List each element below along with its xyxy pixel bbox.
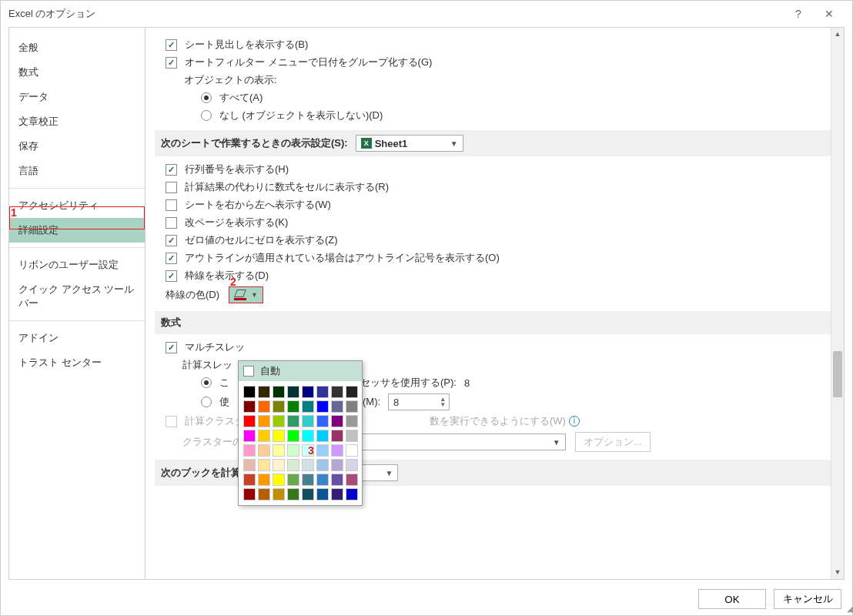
- color-swatch[interactable]: [258, 444, 270, 457]
- color-swatch[interactable]: [287, 459, 299, 471]
- color-swatch[interactable]: [346, 474, 358, 486]
- cancel-button[interactable]: キャンセル: [774, 589, 841, 609]
- sidebar-item[interactable]: 言語: [9, 159, 145, 183]
- color-swatch[interactable]: [346, 400, 358, 413]
- sidebar-item[interactable]: クイック アクセス ツール バー: [9, 277, 145, 316]
- color-swatch[interactable]: [243, 459, 256, 471]
- select-sheet[interactable]: X Sheet1 ▼: [356, 135, 463, 152]
- checkbox-multithread[interactable]: [166, 342, 177, 353]
- color-swatch[interactable]: [346, 459, 358, 471]
- color-swatch[interactable]: [331, 444, 343, 457]
- help-button[interactable]: ?: [783, 8, 814, 20]
- color-swatch[interactable]: [273, 415, 285, 427]
- color-swatch[interactable]: [273, 430, 285, 442]
- input-manual-threads[interactable]: 8 ▲▼: [388, 393, 450, 410]
- color-swatch[interactable]: [316, 474, 329, 486]
- sidebar-item[interactable]: アクセシビリティ: [9, 193, 145, 218]
- color-swatch[interactable]: [243, 474, 256, 486]
- color-picker-automatic[interactable]: 自動: [239, 361, 362, 381]
- color-swatch[interactable]: [346, 386, 358, 398]
- scrollbar[interactable]: ▲ ▼: [831, 28, 844, 579]
- checkbox-show-formulas[interactable]: [166, 182, 177, 193]
- color-swatch[interactable]: [287, 474, 299, 486]
- color-swatch[interactable]: [243, 415, 256, 427]
- color-swatch[interactable]: [302, 474, 314, 486]
- color-swatch[interactable]: [287, 386, 299, 398]
- sidebar-item[interactable]: アドイン: [9, 326, 145, 350]
- gridline-color-button[interactable]: ▼: [229, 286, 263, 303]
- color-swatch[interactable]: [346, 444, 358, 457]
- color-swatch[interactable]: [331, 415, 343, 427]
- color-swatch[interactable]: [243, 386, 256, 398]
- radio-obj-none[interactable]: [201, 110, 212, 121]
- checkbox-row-col-headers[interactable]: [166, 164, 177, 176]
- color-swatch[interactable]: [273, 444, 285, 457]
- scrollbar-thumb[interactable]: [833, 351, 842, 397]
- color-swatch[interactable]: [331, 474, 343, 486]
- color-swatch[interactable]: [273, 386, 285, 398]
- spinner-icon[interactable]: ▲▼: [440, 397, 446, 407]
- color-swatch[interactable]: [243, 400, 256, 413]
- scroll-up-icon[interactable]: ▲: [831, 28, 844, 41]
- color-swatch[interactable]: [346, 415, 358, 427]
- color-swatch[interactable]: [258, 488, 270, 500]
- checkbox-gridlines[interactable]: [166, 270, 177, 282]
- sidebar-item[interactable]: 保存: [9, 134, 145, 159]
- color-swatch[interactable]: [316, 444, 329, 457]
- color-swatch[interactable]: [287, 400, 299, 413]
- color-swatch[interactable]: [273, 474, 285, 486]
- color-swatch[interactable]: [258, 474, 270, 486]
- checkbox-zero-values[interactable]: [166, 235, 177, 246]
- sidebar-item[interactable]: リボンのユーザー設定: [9, 253, 145, 277]
- checkbox-page-breaks[interactable]: [166, 217, 177, 229]
- color-swatch[interactable]: [331, 459, 343, 471]
- sidebar-item[interactable]: トラスト センター: [9, 350, 145, 375]
- color-swatch[interactable]: [258, 415, 270, 427]
- color-swatch[interactable]: [287, 415, 299, 427]
- color-swatch[interactable]: [302, 400, 314, 413]
- color-swatch[interactable]: [243, 488, 256, 500]
- sidebar-item[interactable]: 全般: [9, 35, 145, 60]
- color-swatch[interactable]: [302, 459, 314, 471]
- color-swatch[interactable]: [258, 430, 270, 442]
- color-swatch[interactable]: [258, 386, 270, 398]
- checkbox-sheet-tabs[interactable]: [166, 39, 177, 51]
- sidebar-item[interactable]: 数式: [9, 60, 145, 85]
- sidebar-item[interactable]: 文章校正: [9, 109, 145, 134]
- color-swatch[interactable]: [302, 415, 314, 427]
- color-swatch[interactable]: [331, 488, 343, 500]
- scroll-down-icon[interactable]: ▼: [831, 566, 844, 579]
- color-swatch[interactable]: [302, 488, 314, 500]
- color-swatch[interactable]: [302, 430, 314, 442]
- checkbox-sheet-rtl[interactable]: [166, 199, 177, 211]
- sidebar-item[interactable]: 詳細設定: [9, 218, 145, 243]
- resize-grip-icon[interactable]: ◢: [847, 604, 851, 614]
- color-swatch[interactable]: [331, 386, 343, 398]
- checkbox-cluster-calc[interactable]: [166, 416, 177, 427]
- color-swatch[interactable]: [302, 386, 314, 398]
- checkbox-outline-symbols[interactable]: [166, 253, 177, 264]
- radio-use-all-proc[interactable]: [201, 377, 212, 388]
- color-swatch[interactable]: [346, 430, 358, 442]
- color-swatch[interactable]: [316, 400, 329, 413]
- color-swatch[interactable]: [273, 459, 285, 471]
- color-swatch[interactable]: [287, 430, 299, 442]
- close-button[interactable]: ✕: [814, 8, 845, 20]
- ok-button[interactable]: OK: [698, 589, 766, 609]
- radio-use-manual[interactable]: [201, 397, 212, 407]
- sidebar-item[interactable]: データ: [9, 85, 145, 109]
- color-swatch[interactable]: [346, 488, 358, 500]
- color-swatch[interactable]: [243, 430, 256, 442]
- color-swatch[interactable]: [287, 488, 299, 500]
- checkbox-autofilter-dates[interactable]: [166, 57, 177, 69]
- color-swatch[interactable]: [316, 415, 329, 427]
- color-swatch[interactable]: [331, 430, 343, 442]
- color-swatch[interactable]: [316, 430, 329, 442]
- color-swatch[interactable]: [287, 444, 299, 457]
- color-swatch[interactable]: [243, 444, 256, 457]
- color-swatch[interactable]: [316, 459, 329, 471]
- color-swatch[interactable]: [273, 488, 285, 500]
- radio-obj-all[interactable]: [201, 92, 212, 103]
- color-swatch[interactable]: [316, 488, 329, 500]
- color-swatch[interactable]: [316, 386, 329, 398]
